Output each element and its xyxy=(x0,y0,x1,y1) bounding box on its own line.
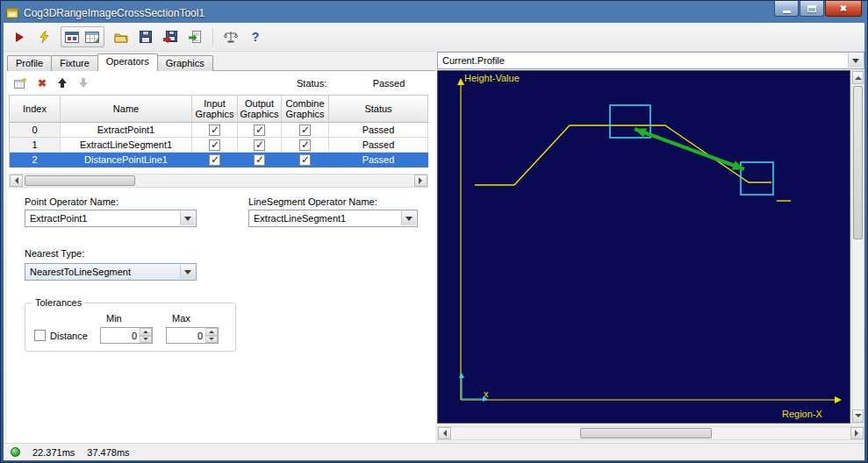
combine-graphics-checkbox[interactable] xyxy=(299,125,311,136)
app-icon xyxy=(6,7,19,19)
nearest-type-combobox[interactable]: NearestToLineSegment xyxy=(25,263,197,281)
scroll-right-icon xyxy=(419,177,426,184)
scroll-up-button[interactable] xyxy=(852,71,864,84)
linesegment-operator-label: LineSegment Operator Name: xyxy=(248,196,377,207)
import-button[interactable] xyxy=(184,26,205,47)
move-down-button[interactable] xyxy=(78,77,89,90)
spin-up-button[interactable] xyxy=(140,328,152,336)
linesegment-operator-combobox[interactable]: ExtractLineSegment1 xyxy=(248,210,418,227)
tool-grid-button[interactable] xyxy=(82,27,103,46)
close-button[interactable]: ✖ xyxy=(825,1,862,17)
y-axis-label: Height-Value xyxy=(464,73,520,83)
minimize-button[interactable] xyxy=(774,1,799,17)
column-header-combine-graphics[interactable]: Combine Graphics xyxy=(282,96,329,123)
scroll-down-icon xyxy=(855,414,862,421)
tab-graphics[interactable]: Graphics xyxy=(157,55,213,71)
save-as-button[interactable] xyxy=(160,26,181,47)
main-toolbar: ? xyxy=(4,23,864,52)
tool-display-button[interactable] xyxy=(62,27,82,46)
move-up-button[interactable] xyxy=(57,77,68,90)
input-graphics-checkbox[interactable] xyxy=(209,139,220,151)
input-graphics-checkbox[interactable] xyxy=(209,125,220,136)
output-graphics-checkbox[interactable] xyxy=(254,125,265,136)
scroll-up-icon xyxy=(855,73,862,80)
scrollbar-thumb[interactable] xyxy=(853,86,863,239)
max-label: Max xyxy=(172,313,190,324)
spin-down-button[interactable] xyxy=(140,336,152,344)
live-run-button[interactable] xyxy=(33,26,54,47)
point-operator-combobox[interactable]: ExtractPoint1 xyxy=(25,210,197,227)
chevron-down-icon[interactable] xyxy=(401,211,416,225)
import-icon xyxy=(189,31,201,43)
cell-status: Passed xyxy=(329,123,428,138)
table-row[interactable]: 0 ExtractPoint1 Passed xyxy=(10,123,427,138)
scrollbar-thumb[interactable] xyxy=(580,428,712,438)
scroll-left-button[interactable] xyxy=(10,175,23,187)
scroll-left-button[interactable] xyxy=(438,427,451,439)
tab-fixture[interactable]: Fixture xyxy=(51,55,98,71)
open-file-icon xyxy=(114,32,128,43)
nearest-type-value: NearestToLineSegment xyxy=(30,267,131,277)
open-file-button[interactable] xyxy=(111,26,132,47)
max-spinner[interactable]: 0 xyxy=(166,327,219,344)
run-button[interactable] xyxy=(9,26,30,47)
input-graphics-checkbox[interactable] xyxy=(209,154,220,166)
table-horizontal-scrollbar[interactable] xyxy=(9,174,428,188)
tab-operators[interactable]: Operators xyxy=(97,53,158,71)
chevron-down-icon[interactable] xyxy=(180,265,195,279)
save-icon xyxy=(140,31,152,43)
run-time: 22.371ms xyxy=(32,447,75,458)
distance-checkbox[interactable] xyxy=(34,330,46,341)
scroll-right-button[interactable] xyxy=(850,427,864,439)
operators-table: Index Name Input Graphics Output Graphic… xyxy=(9,95,428,167)
column-header-index[interactable]: Index xyxy=(10,96,61,123)
combine-graphics-checkbox[interactable] xyxy=(299,139,311,151)
scroll-right-button[interactable] xyxy=(414,175,427,187)
scroll-down-button[interactable] xyxy=(852,410,864,423)
spin-down-button[interactable] xyxy=(205,336,218,344)
save-button[interactable] xyxy=(135,26,156,47)
profile-source-combobox[interactable]: Current.Profile xyxy=(437,52,864,69)
table-row[interactable]: 2 DistancePointLine1 Passed xyxy=(10,153,427,167)
profile-plot-canvas[interactable] xyxy=(438,71,850,423)
chevron-down-icon[interactable] xyxy=(180,211,195,225)
table-row[interactable]: 1 ExtractLineSegment1 Passed xyxy=(10,138,427,153)
combine-graphics-checkbox[interactable] xyxy=(299,154,311,166)
profile-display-panel: Current.Profile Height-Value Region-X x xyxy=(437,52,864,442)
move-down-icon xyxy=(78,77,89,89)
maximize-button[interactable] xyxy=(800,1,824,17)
delete-icon: ✖ xyxy=(38,77,47,89)
profile-plot[interactable]: Height-Value Region-X x xyxy=(437,70,850,424)
add-operator-button[interactable] xyxy=(14,77,27,90)
status-indicator-icon xyxy=(11,447,20,457)
scroll-left-icon xyxy=(11,177,18,184)
min-spinner[interactable]: 0 xyxy=(100,327,153,344)
min-label: Min xyxy=(106,313,122,324)
spin-up-button[interactable] xyxy=(205,328,218,336)
column-header-input-graphics[interactable]: Input Graphics xyxy=(192,96,238,123)
column-header-name[interactable]: Name xyxy=(61,96,192,123)
window-title: Cog3DRangeImageCrossSectionTool1 xyxy=(24,7,204,19)
output-graphics-checkbox[interactable] xyxy=(254,139,265,151)
output-graphics-checkbox[interactable] xyxy=(254,154,265,166)
tool-grid-icon xyxy=(85,31,100,44)
nearest-type-label: Nearest Type: xyxy=(25,248,84,259)
status-label: Status: xyxy=(297,78,326,89)
linesegment-operator-value: ExtractLineSegment1 xyxy=(254,213,346,224)
column-header-status[interactable]: Status xyxy=(329,96,428,123)
delete-operator-button[interactable]: ✖ xyxy=(38,77,47,89)
plot-vertical-scrollbar[interactable] xyxy=(851,70,864,424)
cell-index: 2 xyxy=(10,153,61,167)
run-icon xyxy=(14,32,25,43)
help-button[interactable]: ? xyxy=(245,26,266,47)
scrollbar-thumb[interactable] xyxy=(25,175,135,186)
plot-horizontal-scrollbar[interactable] xyxy=(437,426,864,440)
performance-button[interactable] xyxy=(220,26,241,47)
point-operator-value: ExtractPoint1 xyxy=(30,213,87,224)
close-icon: ✖ xyxy=(840,4,847,13)
help-icon: ? xyxy=(252,30,260,44)
chevron-down-icon[interactable] xyxy=(848,53,863,68)
tab-profile[interactable]: Profile xyxy=(7,55,52,71)
minimize-icon xyxy=(783,11,791,13)
column-header-output-graphics[interactable]: Output Graphics xyxy=(238,96,282,123)
